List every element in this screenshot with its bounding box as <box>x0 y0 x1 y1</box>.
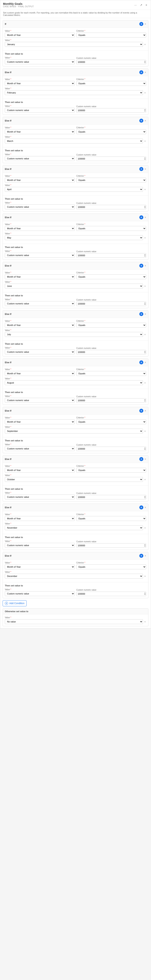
else-if-criterion-select-9[interactable]: Equals <box>76 516 146 521</box>
else-if-month-select-9[interactable]: November <box>5 525 143 530</box>
else-if-then-spin-down-2[interactable]: ▼ <box>144 207 146 209</box>
else-if-add-button-10[interactable]: + <box>139 554 143 558</box>
else-if-close-button-10[interactable]: × <box>145 554 146 557</box>
else-if-then-spin-down-6[interactable]: ▼ <box>144 401 146 402</box>
else-if-then-number-input-4[interactable] <box>76 302 146 306</box>
else-if-close-button-6[interactable]: × <box>145 361 146 364</box>
else-if-close-button-7[interactable]: × <box>145 409 146 412</box>
else-if-add-button-7[interactable]: + <box>139 409 143 413</box>
else-if-month-remove-2[interactable]: × <box>144 188 146 191</box>
else-if-month-remove-6[interactable]: × <box>144 381 146 384</box>
else-if-then-number-input-7[interactable] <box>76 447 146 451</box>
else-if-month-select-10[interactable]: December <box>5 574 143 579</box>
else-if-month-remove-1[interactable]: × <box>144 140 146 143</box>
first-then-value-select[interactable]: Custom numeric value <box>5 59 75 64</box>
else-if-close-button-8[interactable]: × <box>145 457 146 461</box>
else-if-then-number-input-2[interactable] <box>76 205 146 209</box>
else-if-close-button-3[interactable]: × <box>145 216 146 219</box>
add-condition-button[interactable]: + Add Condition <box>3 600 27 606</box>
else-if-add-button-2[interactable]: + <box>139 167 143 171</box>
else-if-value-select-1[interactable]: Month of Year <box>5 129 75 134</box>
else-if-value-select-7[interactable]: Month of Year <box>5 419 75 424</box>
else-if-add-button-0[interactable]: + <box>139 70 143 74</box>
else-if-then-value-select-9[interactable]: Custom numeric value <box>5 543 75 548</box>
otherwise-value-select[interactable]: No value <box>5 619 143 624</box>
else-if-then-value-select-2[interactable]: Custom numeric value <box>5 204 75 209</box>
else-if-value-select-6[interactable]: Month of Year <box>5 371 75 376</box>
else-if-close-button-4[interactable]: × <box>145 264 146 267</box>
first-if-value-select[interactable]: Month of Year <box>5 33 75 37</box>
else-if-add-button-9[interactable]: + <box>139 506 143 509</box>
else-if-month-remove-7[interactable]: × <box>144 430 146 433</box>
first-then-number-input[interactable] <box>76 60 146 64</box>
else-if-month-select-2[interactable]: April <box>5 187 143 192</box>
else-if-then-spin-down-7[interactable]: ▼ <box>144 449 146 450</box>
else-if-close-button-0[interactable]: × <box>145 71 146 74</box>
else-if-then-number-input-10[interactable] <box>76 592 146 596</box>
else-if-then-value-select-1[interactable]: Custom numeric value <box>5 156 75 161</box>
first-then-spin-down[interactable]: ▼ <box>144 62 146 64</box>
else-if-close-button-5[interactable]: × <box>145 312 146 316</box>
else-if-then-number-input-9[interactable] <box>76 543 146 548</box>
else-if-criterion-select-3[interactable]: Equals <box>76 226 146 231</box>
else-if-add-button-8[interactable]: + <box>139 457 143 461</box>
else-if-close-button-2[interactable]: × <box>145 167 146 170</box>
else-if-criterion-select-5[interactable]: Equals <box>76 323 146 328</box>
else-if-then-value-select-4[interactable]: Custom numeric value <box>5 301 75 306</box>
else-if-close-button-1[interactable]: × <box>145 119 146 122</box>
else-if-then-value-select-3[interactable]: Custom numeric value <box>5 253 75 258</box>
else-if-add-button-5[interactable]: + <box>139 312 143 316</box>
external-link-button[interactable]: ↗ <box>139 3 143 7</box>
else-if-add-button-3[interactable]: + <box>139 215 143 220</box>
else-if-month-remove-8[interactable]: × <box>144 478 146 481</box>
else-if-criterion-select-2[interactable]: Equals <box>76 178 146 183</box>
else-if-then-value-select-7[interactable]: Custom numeric value <box>5 446 75 451</box>
else-if-then-number-input-3[interactable] <box>76 253 146 258</box>
else-if-then-spin-down-0[interactable]: ▼ <box>144 110 146 112</box>
else-if-criterion-select-1[interactable]: Equals <box>76 129 146 134</box>
else-if-month-remove-0[interactable]: × <box>144 91 146 94</box>
else-if-month-select-3[interactable]: May <box>5 235 143 240</box>
else-if-criterion-select-4[interactable]: Equals <box>76 274 146 279</box>
else-if-month-select-1[interactable]: March <box>5 138 143 143</box>
else-if-value-select-4[interactable]: Month of Year <box>5 274 75 279</box>
else-if-criterion-select-10[interactable]: Equals <box>76 565 146 569</box>
else-if-month-select-6[interactable]: August <box>5 380 143 385</box>
else-if-then-number-input-0[interactable] <box>76 108 146 113</box>
else-if-value-select-2[interactable]: Month of Year <box>5 178 75 183</box>
else-if-add-button-6[interactable]: + <box>139 360 143 364</box>
else-if-month-select-0[interactable]: February <box>5 90 143 95</box>
first-if-month-remove[interactable]: × <box>144 43 146 46</box>
else-if-then-value-select-0[interactable]: Custom numeric value <box>5 108 75 113</box>
else-if-then-spin-down-4[interactable]: ▼ <box>144 304 146 305</box>
first-if-add-button[interactable]: + <box>139 22 143 26</box>
else-if-then-spin-down-8[interactable]: ▼ <box>144 497 146 499</box>
first-if-close-button[interactable]: × <box>145 22 146 25</box>
else-if-then-spin-down-3[interactable]: ▼ <box>144 255 146 257</box>
else-if-month-remove-4[interactable]: × <box>144 285 146 288</box>
else-if-then-spin-down-1[interactable]: ▼ <box>144 159 146 160</box>
first-if-month-select[interactable]: January <box>5 42 143 47</box>
else-if-month-remove-9[interactable]: × <box>144 527 146 530</box>
else-if-month-select-8[interactable]: October <box>5 477 143 482</box>
else-if-then-number-input-1[interactable] <box>76 156 146 161</box>
else-if-criterion-select-7[interactable]: Equals <box>76 419 146 424</box>
else-if-add-button-1[interactable]: + <box>139 119 143 123</box>
else-if-month-remove-3[interactable]: × <box>144 236 146 239</box>
else-if-close-button-9[interactable]: × <box>145 506 146 509</box>
else-if-month-select-4[interactable]: June <box>5 284 143 288</box>
else-if-criterion-select-0[interactable]: Equals <box>76 81 146 86</box>
otherwise-remove-button[interactable]: × <box>144 620 146 623</box>
else-if-month-remove-5[interactable]: × <box>144 333 146 336</box>
else-if-then-spin-down-10[interactable]: ▼ <box>144 594 146 595</box>
else-if-criterion-select-8[interactable]: Equals <box>76 468 146 473</box>
else-if-then-value-select-6[interactable]: Custom numeric value <box>5 398 75 402</box>
else-if-value-select-9[interactable]: Month of Year <box>5 516 75 521</box>
first-if-criterion-select[interactable]: Equals <box>76 33 146 37</box>
else-if-value-select-5[interactable]: Month of Year <box>5 323 75 328</box>
else-if-then-number-input-5[interactable] <box>76 350 146 354</box>
close-panel-button[interactable]: × <box>145 3 148 7</box>
else-if-then-spin-down-9[interactable]: ▼ <box>144 546 146 547</box>
else-if-then-value-select-8[interactable]: Custom numeric value <box>5 495 75 500</box>
else-if-value-select-10[interactable]: Month of Year <box>5 565 75 569</box>
